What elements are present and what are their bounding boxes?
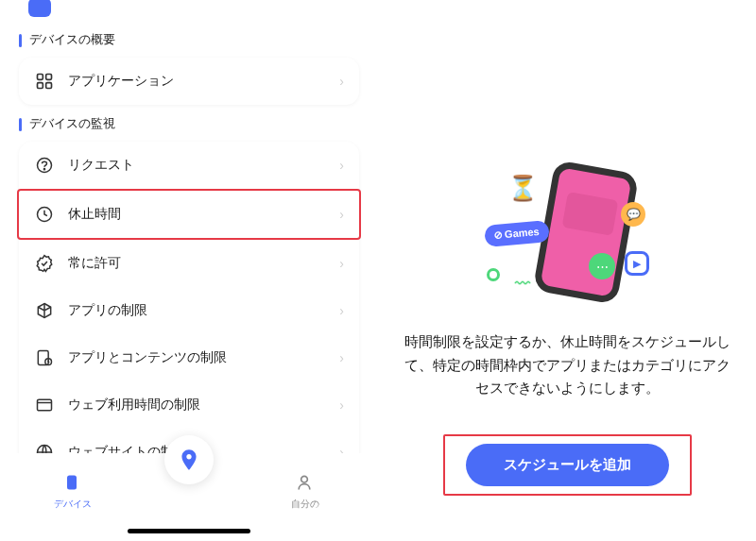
- squiggle-decoration-icon: 〰: [515, 276, 547, 285]
- circle-decoration-icon: [487, 268, 500, 281]
- monitoring-card: リクエスト › 休止時間 › 常に許可 ›: [19, 142, 359, 453]
- chevron-right-icon: ›: [339, 207, 344, 222]
- chevron-right-icon: ›: [339, 397, 344, 413]
- section-title: デバイスの監視: [29, 116, 115, 132]
- menu-always-allow[interactable]: 常に許可 ›: [19, 240, 359, 287]
- menu-label: 常に許可: [68, 255, 339, 272]
- location-fab[interactable]: [164, 435, 214, 484]
- verified-icon: [34, 253, 55, 274]
- menu-label: アプリケーション: [68, 73, 339, 90]
- nav-label: 自分の: [291, 498, 319, 511]
- section-header-monitoring: デバイスの監視: [19, 116, 359, 132]
- request-icon: [34, 155, 55, 176]
- cube-lock-icon: [34, 300, 55, 321]
- chevron-right-icon: ›: [339, 74, 344, 89]
- section-header-overview: デバイスの概要: [19, 32, 359, 48]
- svg-rect-11: [67, 476, 77, 490]
- applications-icon: [34, 71, 55, 92]
- svg-rect-1: [46, 75, 52, 80]
- menu-label: アプリとコンテンツの制限: [68, 349, 339, 366]
- svg-rect-7: [38, 351, 48, 365]
- chevron-right-icon: ›: [339, 350, 344, 365]
- svg-point-5: [43, 169, 44, 170]
- menu-label: リクエスト: [68, 157, 339, 174]
- menu-label: 休止時間: [68, 206, 339, 223]
- left-panel: デバイスの概要 アプリケーション › デバイスの監視: [0, 0, 378, 541]
- device-settings-icon: [34, 347, 55, 368]
- person-icon: [295, 473, 316, 494]
- chat-bubble-icon: 💬: [621, 202, 645, 227]
- top-device-card: [19, 0, 359, 17]
- globe-icon: [34, 442, 55, 453]
- nav-device[interactable]: デバイス: [16, 473, 129, 511]
- section-title: デバイスの概要: [29, 32, 115, 48]
- chevron-right-icon: ›: [339, 158, 344, 173]
- menu-label: アプリの制限: [68, 302, 339, 319]
- chevron-right-icon: ›: [339, 445, 344, 453]
- nav-label: デバイス: [54, 498, 92, 511]
- hourglass-icon: ⏳: [507, 174, 538, 203]
- chevron-right-icon: ›: [339, 303, 344, 318]
- menu-app-content-limits[interactable]: アプリとコンテンツの制限 ›: [19, 334, 359, 381]
- svg-rect-3: [46, 83, 52, 89]
- browser-icon: [34, 395, 55, 415]
- menu-downtime[interactable]: 休止時間 ›: [17, 189, 361, 240]
- menu-label: ウェブ利用時間の制限: [68, 397, 339, 414]
- menu-applications[interactable]: アプリケーション ›: [19, 58, 359, 105]
- right-panel: ⏳ ⊘Games 💬 ⋯ ▶ 〰 時間制限を設定するか、休止時間をスケジュールし…: [378, 0, 756, 541]
- nav-self[interactable]: 自分の: [249, 473, 362, 511]
- chevron-right-icon: ›: [339, 256, 344, 271]
- menu-app-limits[interactable]: アプリの制限 ›: [19, 287, 359, 334]
- section-bar-icon: [19, 118, 22, 131]
- overview-card: アプリケーション ›: [19, 58, 359, 105]
- section-bar-icon: [19, 34, 22, 47]
- home-indicator: [128, 529, 250, 533]
- svg-rect-0: [38, 75, 43, 80]
- svg-rect-2: [38, 83, 43, 89]
- menu-web-time-limits[interactable]: ウェブ利用時間の制限 ›: [19, 381, 359, 429]
- clock-icon: [34, 204, 55, 225]
- cta-highlight-box: スケジュールを追加: [443, 434, 692, 496]
- svg-point-12: [301, 476, 308, 482]
- device-icon: [62, 473, 83, 494]
- svg-rect-9: [38, 399, 52, 411]
- menu-request[interactable]: リクエスト ›: [19, 142, 359, 189]
- play-icon: ▶: [625, 251, 649, 276]
- downtime-description: 時間制限を設定するか、休止時間をスケジュールして、特定の時間枠内でアプリまたはカ…: [397, 330, 737, 400]
- device-badge-icon: [28, 0, 51, 17]
- add-schedule-button[interactable]: スケジュールを追加: [466, 444, 669, 486]
- bottom-nav: デバイス 自分の: [0, 458, 378, 541]
- message-dot-icon: ⋯: [589, 253, 615, 279]
- downtime-illustration: ⏳ ⊘Games 💬 ⋯ ▶ 〰: [397, 166, 737, 308]
